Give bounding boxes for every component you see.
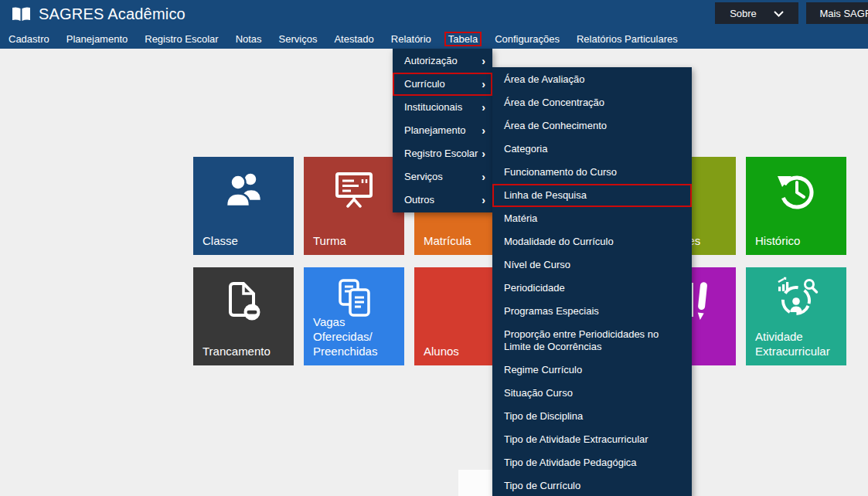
tile-trancamento[interactable]: Trancamento [193, 267, 294, 365]
submenu-arrow-icon: › [482, 73, 485, 96]
submenu-item-proporcao-periodicidades[interactable]: Proporção entre Periodicidades no Limite… [492, 323, 692, 358]
submenu-item-area-de-conhecimento[interactable]: Área de Conhecimento [492, 114, 692, 138]
open-book-icon [11, 6, 32, 25]
menu-item-servicos[interactable]: Serviços › [393, 165, 492, 189]
menubar-item-servicos[interactable]: Serviços [271, 31, 326, 47]
submenu-arrow-icon: › [482, 49, 485, 73]
app-header: SAGRES Acadêmico Sobre Mais SAGRES [0, 0, 868, 29]
menubar-item-relatorio[interactable]: Relatório [383, 31, 440, 47]
chevron-down-icon [774, 8, 784, 19]
submenu-arrow-icon: › [482, 142, 485, 165]
submenu-item-funcionamento-do-curso[interactable]: Funcionamento do Curso [492, 161, 692, 184]
submenu-item-periodicidade[interactable]: Periodicidade [492, 277, 692, 300]
submenu-item-modalidade-do-curriculo[interactable]: Modalidade do Currículo [492, 230, 692, 253]
menu-item-curriculo[interactable]: Currículo › [393, 73, 492, 96]
submenu-item-area-de-concentracao[interactable]: Área de Concentração [492, 91, 692, 114]
people-icon [193, 169, 294, 212]
menu-item-label: Registro Escolar [404, 148, 478, 159]
menubar-item-registro-escolar[interactable]: Registro Escolar [136, 31, 226, 47]
main-menubar: Cadastro Planejamento Registro Escolar N… [0, 29, 868, 49]
submenu-item-tipo-de-atividade-extracurricular[interactable]: Tipo de Atividade Extracurricular [492, 428, 692, 451]
tile-label: Trancamento [203, 344, 291, 358]
sagres-app-window: SAGRES Acadêmico Sobre Mais SAGRES Cadas… [0, 0, 868, 496]
tile-turma[interactable]: Turma [304, 157, 404, 255]
submenu-item-regime-curriculo[interactable]: Regime Currículo [492, 358, 692, 382]
menu-item-label: Planejamento [404, 124, 466, 136]
submenu-item-nivel-de-curso[interactable]: Nível de Curso [492, 253, 692, 277]
presentation-board-icon [304, 169, 404, 212]
menu-item-registro-escolar[interactable]: Registro Escolar › [393, 142, 492, 165]
submenu-item-tipo-de-curriculo[interactable]: Tipo de Currículo [492, 474, 692, 496]
submenu-item-programas-especiais[interactable]: Programas Especiais [492, 300, 692, 323]
sobre-button[interactable]: Sobre [715, 2, 798, 24]
submenu-item-tipo-de-disciplina[interactable]: Tipo de Disciplina [492, 405, 692, 428]
app-title: SAGRES Acadêmico [39, 5, 186, 23]
submenu-arrow-icon: › [482, 189, 485, 212]
menubar-item-relatorios-particulares[interactable]: Relatórios Particulares [568, 31, 686, 47]
menubar-item-notas[interactable]: Notas [227, 31, 271, 47]
curriculo-submenu: Área de Avaliação Área de Concentração Á… [492, 67, 692, 496]
tile-vagas-oferecidas-preenchidas[interactable]: Vagas Oferecidas/ Preenchidas [304, 267, 404, 365]
submenu-arrow-icon: › [482, 119, 485, 142]
submenu-item-linha-de-pesquisa[interactable]: Linha de Pesquisa [492, 184, 692, 207]
tile-label: Histórico [755, 233, 843, 248]
submenu-item-area-de-avaliacao[interactable]: Área de Avaliação [492, 68, 692, 91]
menubar-item-cadastro[interactable]: Cadastro [0, 31, 58, 47]
tile-historico[interactable]: Histórico [746, 157, 846, 255]
menu-item-autorizacao[interactable]: Autorização › [393, 49, 492, 73]
background-panel-fragment [458, 470, 492, 496]
menu-item-outros[interactable]: Outros › [393, 189, 492, 212]
submenu-item-situacao-curso[interactable]: Situação Curso [492, 382, 692, 405]
menu-item-label: Autorização [404, 55, 458, 66]
menu-item-label: Outros [404, 194, 434, 206]
menu-item-label: Serviços [404, 171, 443, 182]
tile-atividade-extracurricular[interactable]: Atividade Extracurricular [746, 267, 846, 365]
menubar-item-tabela-label: Tabela [444, 32, 482, 46]
submenu-arrow-icon: › [482, 165, 485, 189]
tile-classe[interactable]: Classe [193, 157, 294, 255]
menu-item-label: Institucionais [404, 101, 462, 113]
tabela-dropdown-menu: Autorização › Currículo › Institucionais… [393, 49, 492, 212]
menubar-item-atestado[interactable]: Atestado [325, 31, 382, 47]
mais-sagres-label: Mais SAGRES [819, 8, 868, 19]
history-clock-icon [746, 169, 846, 214]
submenu-item-materia[interactable]: Matéria [492, 207, 692, 230]
tile-label: Atividade Extracurricular [755, 329, 843, 358]
tile-label: Turma [313, 233, 401, 248]
menubar-item-planejamento[interactable]: Planejamento [58, 31, 137, 47]
tile-label: Vagas Oferecidas/ Preenchidas [313, 314, 401, 358]
tile-label: Classe [203, 233, 291, 248]
submenu-item-categoria[interactable]: Categoria [492, 138, 692, 161]
menu-item-label: Currículo [404, 78, 445, 90]
mais-sagres-button[interactable]: Mais SAGRES [806, 2, 868, 24]
menu-item-institucionais[interactable]: Institucionais › [393, 96, 492, 119]
submenu-item-tipo-de-atividade-pedagogica[interactable]: Tipo de Atividade Pedagógica [492, 451, 692, 474]
document-minus-icon [193, 280, 294, 324]
menu-item-planejamento[interactable]: Planejamento › [393, 119, 492, 142]
menubar-item-configuracoes[interactable]: Configurações [486, 31, 568, 47]
sobre-label: Sobre [730, 8, 757, 19]
submenu-arrow-icon: › [482, 96, 485, 119]
menubar-item-tabela[interactable]: Tabela [440, 29, 486, 49]
extracurricular-activity-icon [746, 275, 846, 323]
